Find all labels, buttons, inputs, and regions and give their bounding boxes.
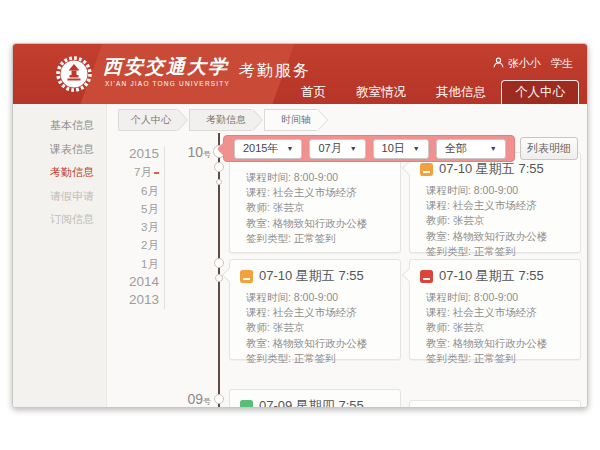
sidebar-item[interactable]: 课表信息 [13,138,106,162]
timeline-year-item[interactable]: 7月 [111,163,159,181]
timeline-year-label: 2015 [129,146,159,161]
card-field: 教室: 格物致知行政办公楼 [426,229,572,244]
timeline-year-item[interactable]: 5月 [111,200,159,218]
timeline-year-item[interactable]: 1月 [111,255,159,273]
dropdown-value: 全部 [445,141,467,156]
card-title: 07-09 星期四 7:55 [259,397,364,408]
nav-tab[interactable]: 首页 [286,80,341,104]
list-detail-button[interactable]: 列表明细 [520,137,578,160]
card-field: 教师: 张芸京 [246,200,392,215]
page-body: 基本信息 课表信息 考勤信息 请假申请 订阅信息 [13,104,587,407]
filter-dropdown[interactable]: 全部 ▼ [436,139,506,159]
breadcrumb-tab[interactable]: 个人中心 [118,109,177,131]
card-title: 07-10 星期五 7:55 [439,160,544,178]
app-window: 西安交通大学 XI'AN JIAO TONG UNIVERSITY 考勤服务 张… [12,43,588,408]
timeline-year-label: 6月 [141,185,159,197]
nav-tab-label: 教室情况 [356,85,406,99]
timeline-year-item[interactable]: 2013 [111,291,159,309]
card-field: 教师: 张芸京 [246,320,392,335]
timeline-year-label: 3月 [141,221,159,233]
card-title: 07-10 星期五 7:55 [259,267,364,285]
user-account[interactable]: 张小小 学生 [493,56,573,71]
breadcrumb-tab[interactable]: 时间轴 [264,109,317,131]
timeline-year-item[interactable]: 2月 [111,236,159,254]
timeline-year-item[interactable]: 6月 [111,182,159,200]
filter-dropdown[interactable]: 2015年 ▼ [234,139,302,159]
calendar-icon [420,270,433,283]
card-field: 签到类型: 正常签到 [246,351,392,366]
nav-tab-label: 其他信息 [436,85,486,99]
sidebar-item[interactable]: 基本信息 [13,114,106,138]
university-seal-icon [55,55,93,97]
chevron-down-icon: ▼ [413,145,420,152]
card-field: 课程时间: 8:00-9:00 [246,290,392,305]
timeline-year-item[interactable]: 2014 [111,273,159,291]
app-title: 考勤服务 [239,61,311,82]
breadcrumb-label: 考勤信息 [206,114,246,125]
sidebar-item[interactable]: 考勤信息 [13,161,106,185]
card-field: 教室: 格物致知行政办公楼 [246,336,392,351]
timeline-year-item[interactable]: 2015 [111,145,159,163]
person-icon [493,57,504,70]
card-field: 签到类型: 正常签到 [246,231,392,246]
attendance-card [409,400,581,408]
active-month-tick [154,172,159,174]
card-field: 教师: 张芸京 [426,320,572,335]
day-number: 10 [187,144,203,160]
card-field: 课程时间: 8:00-9:00 [426,290,572,305]
timeline-axis [218,133,220,407]
card-header: 07-10 星期五 7:55 [230,260,400,287]
nav-tab[interactable]: 其他信息 [421,80,501,104]
filter-bar: 2015年 ▼ 07月 ▼ 10日 ▼ 全部 ▼ [223,135,515,162]
timeline-year-label: 5月 [141,203,159,215]
sidebar-item[interactable]: 订阅信息 [13,208,106,232]
calendar-icon [240,270,253,283]
card-field: 签到类型: 正常签到 [426,244,572,259]
breadcrumb-label: 时间轴 [281,114,311,125]
user-name: 张小小 [508,56,541,71]
university-name-en: XI'AN JIAO TONG UNIVERSITY [105,80,230,87]
timeline-year-label: 2014 [129,274,159,289]
card-title: 07-10 星期五 7:55 [439,267,544,285]
nav-tab[interactable]: 个人中心 [501,80,579,104]
filter-dropdown[interactable]: 07月 ▼ [309,139,365,159]
timeline-day-marker: 09号 [173,391,211,407]
sidebar-item-label: 订阅信息 [50,213,94,225]
card-field: 签到类型: 正常签到 [426,351,572,366]
card-field: 教师: 张芸京 [426,213,572,228]
timeline-year-item[interactable]: 3月 [111,218,159,236]
breadcrumb: 个人中心 考勤信息 时间轴 [118,109,329,131]
card-field: 课程时间: 8:00-9:00 [246,170,392,185]
filter-dropdown[interactable]: 10日 ▼ [373,139,429,159]
nav-tab[interactable]: 教室情况 [341,80,421,104]
sidebar: 基本信息 课表信息 考勤信息 请假申请 订阅信息 [13,104,107,407]
attendance-card: 07-09 星期四 7:55 [229,389,401,408]
dropdown-value: 10日 [382,141,405,156]
card-field: 课程: 社会主义市场经济 [246,185,392,200]
card-field: 课程时间: 8:00-9:00 [426,183,572,198]
attendance-card: 07-10 星期五 7:55 课程时间: 8:00-9:00 课程: 社会主义市… [409,152,581,253]
rail-divider [164,146,165,309]
dropdown-value: 2015年 [243,141,278,156]
timeline-node [214,258,224,268]
card-header: 07-09 星期四 7:55 [230,390,400,408]
breadcrumb-label: 个人中心 [131,114,171,125]
timeline-year-label: 2月 [141,239,159,251]
card-fields [410,401,580,408]
sidebar-item[interactable]: 请假申请 [13,185,106,209]
university-name-cn: 西安交通大学 [103,54,229,80]
nav-tab-label: 首页 [301,85,326,99]
dropdown-value: 07月 [318,141,341,156]
timeline-year-label: 1月 [141,258,159,270]
attendance-card: 07-10 星期五 7:55 课程时间: 8:00-9:00 课程: 社会主义市… [229,259,401,360]
card-fields: 课程时间: 8:00-9:00 课程: 社会主义市场经济 教师: 张芸京 教室:… [230,287,400,372]
chevron-down-icon: ▼ [286,145,293,152]
user-role: 学生 [551,56,573,71]
card-field: 教室: 格物致知行政办公楼 [246,216,392,231]
calendar-icon [420,163,433,176]
breadcrumb-tab[interactable]: 考勤信息 [189,109,252,131]
card-fields: 课程时间: 8:00-9:00 课程: 社会主义市场经济 教师: 张芸京 教室:… [410,180,580,265]
calendar-icon [240,400,253,409]
attendance-card: 07-10 星期五 7:55 课程时间: 8:00-9:00 课程: 社会主义市… [409,259,581,360]
app-header: 西安交通大学 XI'AN JIAO TONG UNIVERSITY 考勤服务 张… [13,44,587,104]
